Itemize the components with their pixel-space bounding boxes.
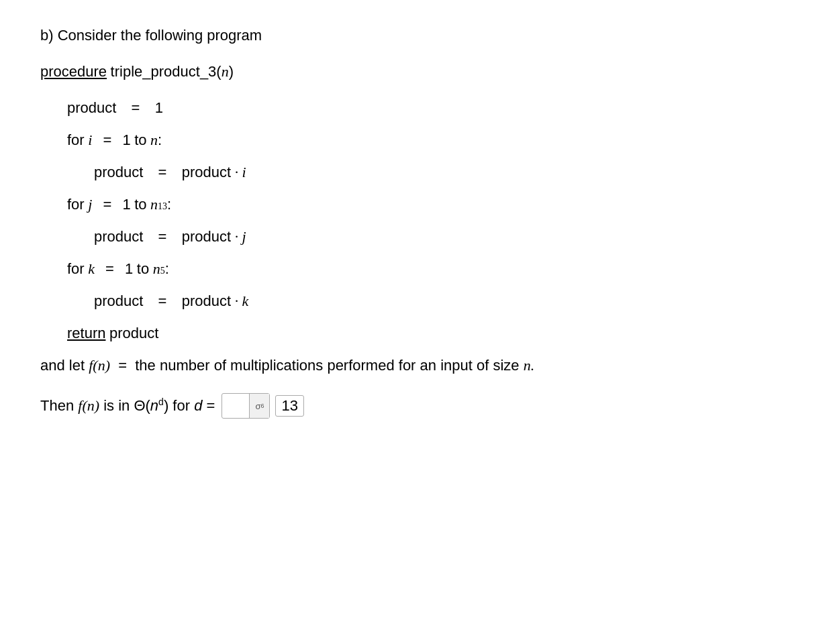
eq-sign-j: = bbox=[99, 196, 115, 213]
one-k: 1 bbox=[125, 260, 133, 278]
procedure-declaration: procedure triple_product_3(n) bbox=[40, 63, 779, 80]
product-i-line: product = product · i bbox=[94, 164, 779, 181]
for-keyword-i: for bbox=[67, 131, 85, 149]
i-var-rhs: i bbox=[242, 164, 246, 181]
product-keyword-i2: product bbox=[182, 164, 231, 181]
product-keyword-k2: product bbox=[182, 292, 231, 310]
return-keyword: return bbox=[67, 325, 105, 342]
eq-sign-1: = bbox=[123, 99, 148, 117]
eq-sign-i: = bbox=[99, 131, 115, 149]
product-keyword-i1: product bbox=[94, 164, 143, 181]
one-j: 1 bbox=[122, 196, 130, 213]
procedure-name: triple_product_3(n) bbox=[111, 63, 234, 80]
n-var-i: n bbox=[150, 131, 158, 149]
k-var-rhs: k bbox=[242, 292, 249, 310]
j-var: j bbox=[88, 196, 92, 213]
j-var-rhs: j bbox=[242, 228, 246, 246]
part-label: b) Consider the following program bbox=[40, 27, 779, 44]
for-k-line: for k = 1 to n5 : bbox=[67, 260, 779, 278]
for-j-line: for j = 1 to n13 : bbox=[67, 196, 779, 213]
product-keyword-1: product bbox=[67, 99, 116, 117]
fn-n-end: n. bbox=[524, 357, 535, 374]
then-line: Then f(n) is in Θ(nd) for d = σ6 13 bbox=[40, 393, 779, 419]
fn-notation: f(n) bbox=[89, 357, 110, 374]
eq-sign-prod-k: = bbox=[150, 292, 175, 310]
param-n: n bbox=[222, 63, 229, 80]
then-is-in: is in bbox=[99, 397, 134, 415]
sigma-icon[interactable]: σ6 bbox=[249, 394, 269, 418]
product-init-line: product = 1 bbox=[67, 99, 779, 117]
colon-j: : bbox=[167, 196, 171, 213]
part-label-text: b) Consider the following program bbox=[40, 27, 262, 44]
to-keyword-j: to bbox=[134, 196, 146, 213]
main-content: b) Consider the following program proced… bbox=[40, 27, 779, 419]
d-exponent: d bbox=[158, 396, 164, 407]
return-product: product bbox=[109, 325, 158, 342]
k-var: k bbox=[88, 260, 95, 278]
answer-box[interactable]: σ6 bbox=[222, 393, 270, 419]
eq-sign-prod-j: = bbox=[150, 228, 175, 246]
fn-description: the number of multiplications performed … bbox=[135, 357, 523, 374]
eq-sign-k: = bbox=[101, 260, 118, 278]
and-let-prefix: and let bbox=[40, 357, 89, 374]
and-let-line: and let f(n) = the number of multiplicat… bbox=[40, 357, 779, 374]
n-var-k: n bbox=[153, 260, 160, 278]
for-keyword-j: for bbox=[67, 196, 85, 213]
colon-k: : bbox=[165, 260, 169, 278]
answer-input[interactable] bbox=[222, 394, 249, 418]
to-keyword-k: to bbox=[137, 260, 149, 278]
for-i-line: for i = 1 to n : bbox=[67, 131, 779, 149]
colon-i: : bbox=[158, 131, 162, 149]
to-keyword-i: to bbox=[134, 131, 146, 149]
i-var: i bbox=[88, 131, 92, 149]
then-prefix: Then bbox=[40, 397, 78, 415]
eq-sign-prod-i: = bbox=[150, 164, 175, 181]
n-var-j: n bbox=[150, 196, 158, 213]
fn-eq: = bbox=[110, 357, 135, 374]
product-keyword-k1: product bbox=[94, 292, 143, 310]
product-k-line: product = product · k bbox=[94, 292, 779, 310]
for-keyword-k: for bbox=[67, 260, 85, 278]
theta-notation: Θ(nd) bbox=[134, 397, 168, 415]
answer-value: 13 bbox=[275, 395, 303, 417]
return-line: return product bbox=[67, 325, 779, 342]
product-keyword-j2: product bbox=[182, 228, 231, 246]
product-j-line: product = product · j bbox=[94, 228, 779, 246]
then-fn-notation: f(n) bbox=[78, 397, 99, 415]
product-init-value: 1 bbox=[155, 99, 163, 117]
product-keyword-j1: product bbox=[94, 228, 143, 246]
one-i: 1 bbox=[122, 131, 130, 149]
procedure-keyword: procedure bbox=[40, 63, 107, 80]
for-d-text: for d = bbox=[168, 397, 219, 415]
